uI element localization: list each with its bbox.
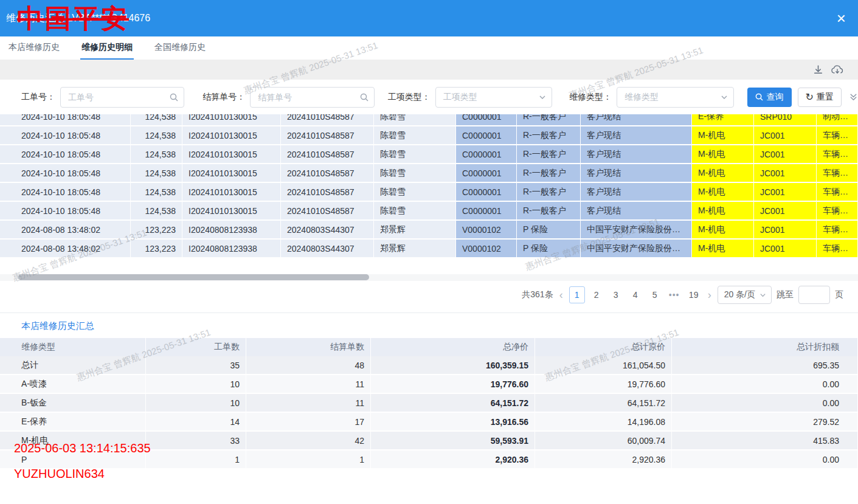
detail-row[interactable]: 2024-10-10 18:05:48124,538I2024101013001… (0, 114, 858, 126)
page-button[interactable]: 4 (628, 286, 643, 303)
repair-type-select[interactable]: 维修类型 (617, 87, 733, 108)
summary-section: 本店维修历史汇总 维修类型工单数结算单数总净价总计原价总计折扣额总计354816… (0, 312, 858, 469)
search-icon (755, 93, 763, 101)
download-icon[interactable] (813, 64, 823, 75)
pagination-pages: 12345•••19 (569, 286, 702, 303)
item-type-label: 工项类型： (388, 92, 431, 103)
detail-cell: I20241010130015 (182, 126, 281, 145)
page-button[interactable]: 1 (569, 286, 585, 303)
page-button[interactable]: 3 (608, 286, 624, 303)
detail-cell: 车辆… (817, 145, 858, 164)
detail-cell: 车辆… (817, 164, 858, 183)
summary-cell: 19,776.60 (371, 375, 535, 394)
expand-filters-icon[interactable] (849, 92, 858, 102)
detail-row[interactable]: 2024-08-08 13:48:02123,223I2024080812393… (0, 221, 858, 240)
window-titlebar: 维修历史汇总 LVBA*****G414676 × (0, 0, 858, 36)
summary-cell: 2,920.36 (535, 450, 672, 469)
detail-cell: R-一般客户 (517, 114, 581, 126)
window-title: 维修历史汇总 LVBA*****G414676 (6, 12, 150, 25)
tab-store-history[interactable]: 本店维修历史 (7, 36, 61, 60)
detail-cell: 陈碧雪 (374, 164, 456, 183)
summary-header: 总净价 (371, 338, 535, 356)
next-page-icon[interactable]: › (707, 289, 713, 302)
detail-cell: 2024-08-08 13:48:02 (0, 221, 131, 240)
detail-cell: JC001 (754, 221, 817, 240)
detail-cell: R-一般客户 (517, 202, 581, 221)
horizontal-scrollbar-thumb[interactable] (18, 274, 369, 280)
detail-cell: 车辆… (817, 126, 858, 145)
detail-cell: M-机电 (692, 183, 754, 202)
detail-cell: C0000001 (456, 145, 517, 164)
detail-cell: M-机电 (692, 126, 754, 145)
chevron-down-icon (759, 292, 766, 299)
detail-cell: 20241010S48587 (281, 202, 374, 221)
detail-row[interactable]: 2024-08-08 13:48:02123,223I2024080812393… (0, 240, 858, 258)
search-button[interactable]: 查询 (747, 88, 792, 107)
detail-cell: 123,223 (131, 240, 182, 258)
detail-cell: M-机电 (692, 145, 754, 164)
summary-cell: 64,151.72 (535, 394, 672, 413)
jump-page-input[interactable] (798, 286, 830, 304)
page-size-value: 20 条/页 (724, 289, 755, 300)
page-button[interactable]: 2 (589, 286, 604, 303)
reset-button[interactable]: ↻ 重置 (798, 88, 842, 107)
summary-row: 总计3548160,359.15161,054.50695.35 (0, 356, 858, 375)
detail-cell: 客户现结 (581, 114, 692, 126)
detail-cell: 郑景辉 (374, 240, 456, 258)
detail-cell: 20241010S48587 (281, 126, 374, 145)
detail-cell: 124,538 (131, 114, 182, 126)
summary-cell: 11 (246, 375, 371, 394)
page-size-select[interactable]: 20 条/页 (718, 286, 772, 304)
detail-row[interactable]: 2024-10-10 18:05:48124,538I2024101013001… (0, 145, 858, 164)
item-type-select[interactable]: 工项类型 (435, 87, 552, 108)
refresh-icon: ↻ (806, 92, 814, 102)
close-icon[interactable]: × (837, 10, 846, 26)
detail-cell: 20240803S44307 (281, 221, 374, 240)
detail-cell: 124,538 (131, 145, 182, 164)
detail-cell: C0000001 (456, 183, 517, 202)
summary-cell: 161,054.50 (535, 356, 672, 375)
settlement-input[interactable] (251, 88, 373, 107)
summary-header: 结算单数 (246, 338, 371, 356)
repair-history-window: 维修历史汇总 LVBA*****G414676 × 本店维修历史 维修历史明细 … (0, 0, 858, 504)
summary-cell: B-钣金 (0, 394, 146, 413)
detail-row[interactable]: 2024-10-10 18:05:48124,538I2024101013001… (0, 164, 858, 183)
tab-national-history[interactable]: 全国维修历史 (153, 36, 207, 60)
prev-page-icon[interactable]: ‹ (558, 289, 564, 302)
detail-table-viewport[interactable]: 2024-10-10 18:05:48124,538I2024101013001… (0, 114, 858, 271)
reset-button-label: 重置 (817, 92, 834, 103)
detail-row[interactable]: 2024-10-10 18:05:48124,538I2024101013001… (0, 126, 858, 145)
tab-history-detail[interactable]: 维修历史明细 (80, 36, 134, 60)
summary-cell: 17 (246, 413, 371, 432)
detail-cell: 陈碧雪 (374, 183, 456, 202)
detail-cell: 客户现结 (581, 126, 692, 145)
detail-row[interactable]: 2024-10-10 18:05:48124,538I2024101013001… (0, 202, 858, 221)
detail-cell: 2024-10-10 18:05:48 (0, 202, 131, 221)
detail-cell: 客户现结 (581, 183, 692, 202)
summary-row: E-保养141713,916.5614,196.08279.52 (0, 413, 858, 432)
detail-cell: JC001 (754, 202, 817, 221)
summary-cell: A-喷漆 (0, 375, 146, 394)
summary-row: M-机电334259,593.9160,009.74415.83 (0, 432, 858, 450)
detail-cell: 124,538 (131, 183, 182, 202)
detail-cell: 2024-10-10 18:05:48 (0, 126, 131, 145)
jump-suffix: 页 (835, 289, 843, 300)
horizontal-scrollbar-track[interactable] (0, 274, 858, 281)
work-order-input[interactable] (61, 88, 184, 107)
summary-cell: 0.00 (672, 394, 858, 413)
cloud-download-icon[interactable] (831, 64, 843, 75)
page-button[interactable]: 19 (686, 286, 702, 303)
page-button[interactable]: 5 (647, 286, 663, 303)
tab-label: 维修历史明细 (81, 42, 133, 53)
search-button-label: 查询 (767, 92, 784, 103)
detail-cell: 2024-10-10 18:05:48 (0, 145, 131, 164)
tab-bar: 本店维修历史 维修历史明细 全国维修历史 (0, 36, 858, 60)
detail-cell: I20240808123938 (182, 240, 281, 258)
detail-cell: 客户现结 (581, 202, 692, 221)
detail-row[interactable]: 2024-10-10 18:05:48124,538I2024101013001… (0, 183, 858, 202)
summary-row: B-钣金101164,151.7264,151.720.00 (0, 394, 858, 413)
summary-cell: 14,196.08 (535, 413, 672, 432)
detail-cell: I20241010130015 (182, 114, 281, 126)
summary-cell: 总计 (0, 356, 146, 375)
detail-table: 2024-10-10 18:05:48124,538I2024101013001… (0, 114, 858, 258)
